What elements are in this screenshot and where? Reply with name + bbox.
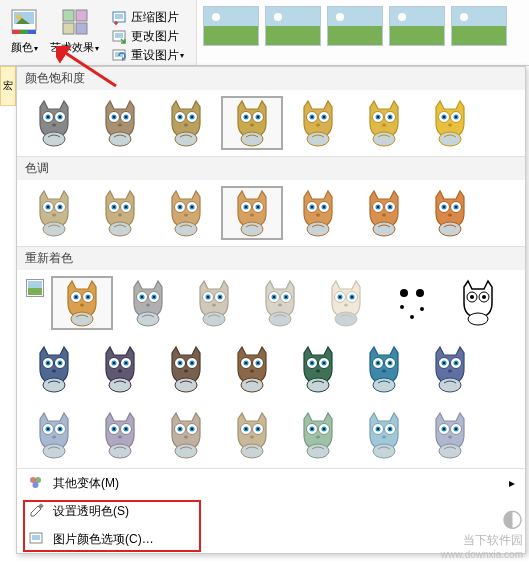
color-preset-thumb[interactable] (419, 408, 481, 462)
svg-point-87 (125, 206, 127, 208)
color-preset-thumb[interactable] (419, 342, 481, 396)
color-preset-thumb[interactable] (287, 96, 349, 150)
svg-point-241 (59, 428, 61, 430)
color-preset-thumb[interactable] (221, 96, 283, 150)
recolor-thumbnails-row (17, 270, 525, 336)
svg-point-233 (455, 362, 457, 364)
color-preset-thumb[interactable] (89, 408, 151, 462)
svg-point-49 (241, 132, 263, 146)
color-preset-thumb[interactable] (155, 186, 217, 240)
chevron-down-icon: ▾ (34, 44, 38, 53)
compress-picture-button[interactable]: 压缩图片 (107, 8, 188, 27)
svg-point-81 (43, 222, 65, 236)
svg-point-118 (377, 206, 379, 208)
saturation-thumbnails (17, 90, 525, 156)
color-preset-thumb[interactable] (249, 276, 311, 330)
svg-point-65 (373, 132, 395, 146)
svg-point-232 (443, 362, 445, 364)
color-preset-thumb[interactable] (353, 342, 415, 396)
svg-point-105 (241, 222, 263, 236)
set-transparent-color-menu-item[interactable]: 设置透明色(S) (17, 497, 525, 525)
svg-point-152 (212, 304, 216, 307)
color-preset-thumb[interactable] (353, 186, 415, 240)
svg-point-240 (47, 428, 49, 430)
svg-point-55 (323, 116, 325, 118)
change-picture-icon (111, 29, 127, 45)
color-preset-thumb[interactable] (353, 408, 415, 462)
ribbon-left-group: 颜色▾ 艺术效果▾ 压缩图片 更改图片 重设图片▾ (0, 0, 190, 65)
style-thumb[interactable] (327, 6, 383, 46)
color-preset-thumb[interactable] (221, 342, 283, 396)
svg-point-129 (439, 222, 461, 236)
svg-point-113 (307, 222, 329, 236)
color-preset-thumb[interactable] (89, 186, 151, 240)
svg-point-208 (245, 362, 247, 364)
color-preset-thumb[interactable] (23, 408, 85, 462)
artistic-effects-button[interactable]: 艺术效果▾ (46, 4, 103, 65)
svg-rect-12 (115, 14, 123, 19)
preset-indicator-icon (27, 280, 43, 296)
style-thumb[interactable] (451, 6, 507, 46)
reset-picture-button[interactable]: 重设图片▾ (107, 46, 188, 65)
svg-point-217 (323, 362, 325, 364)
color-preset-thumb[interactable] (381, 276, 443, 330)
color-preset-thumb[interactable] (419, 96, 481, 150)
svg-point-179 (468, 313, 488, 325)
reset-label: 重设图片 (131, 47, 179, 64)
other-variants-menu-item[interactable]: 其他变体(M) ▸ (17, 469, 525, 497)
svg-point-71 (455, 116, 457, 118)
svg-point-256 (179, 428, 181, 430)
style-thumb[interactable] (265, 6, 321, 46)
color-preset-thumb[interactable] (155, 96, 217, 150)
style-thumb[interactable] (389, 6, 445, 46)
svg-point-195 (109, 378, 131, 392)
color-preset-thumb[interactable] (117, 276, 179, 330)
color-dropdown-button[interactable]: 颜色▾ (4, 4, 44, 65)
svg-point-104 (250, 214, 254, 217)
color-preset-thumb[interactable] (89, 96, 151, 150)
svg-point-209 (257, 362, 259, 364)
color-preset-thumb[interactable] (23, 342, 85, 396)
svg-point-203 (175, 378, 197, 392)
svg-point-265 (257, 428, 259, 430)
svg-point-259 (175, 444, 197, 458)
color-preset-thumb[interactable] (287, 186, 349, 240)
color-preset-thumb[interactable] (287, 408, 349, 462)
color-preset-thumb[interactable] (183, 276, 245, 330)
svg-point-62 (377, 116, 379, 118)
color-preset-thumb[interactable] (221, 186, 283, 240)
color-preset-thumb[interactable] (23, 186, 85, 240)
picture-tools-group: 压缩图片 更改图片 重设图片▾ (105, 4, 190, 65)
color-preset-thumb[interactable] (447, 276, 509, 330)
color-preset-thumb[interactable] (89, 342, 151, 396)
color-preset-thumb[interactable] (155, 408, 217, 462)
color-preset-thumb[interactable] (51, 276, 113, 330)
svg-point-134 (75, 296, 77, 298)
svg-point-136 (80, 304, 84, 307)
svg-point-32 (118, 124, 122, 127)
color-preset-thumb[interactable] (221, 408, 283, 462)
color-preset-thumb[interactable] (155, 342, 217, 396)
svg-point-168 (344, 304, 348, 307)
svg-point-110 (311, 206, 313, 208)
svg-rect-8 (76, 10, 87, 21)
svg-rect-14 (115, 33, 123, 38)
style-thumb[interactable] (203, 6, 259, 46)
color-preset-thumb[interactable] (23, 96, 85, 150)
color-preset-thumb[interactable] (353, 96, 415, 150)
svg-point-48 (250, 124, 254, 127)
svg-rect-5 (20, 30, 28, 34)
color-preset-thumb[interactable] (287, 342, 349, 396)
color-preset-thumb[interactable] (419, 186, 481, 240)
left-strip-label: 宏 (0, 66, 16, 106)
picture-color-options-menu-item[interactable]: 图片颜色选项(C)… (17, 525, 525, 553)
svg-rect-9 (63, 23, 74, 34)
svg-point-47 (257, 116, 259, 118)
color-preset-thumb[interactable] (315, 276, 377, 330)
picture-style-gallery[interactable] (196, 0, 529, 65)
svg-point-57 (307, 132, 329, 146)
svg-point-89 (109, 222, 131, 236)
set-transparent-label: 设置透明色(S) (53, 503, 129, 520)
svg-point-250 (118, 436, 122, 439)
change-picture-button[interactable]: 更改图片 (107, 27, 188, 46)
